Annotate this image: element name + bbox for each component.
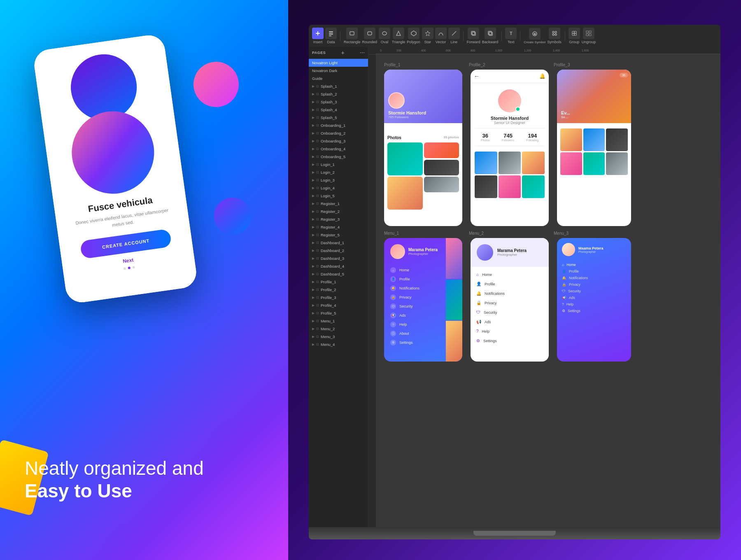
sidebar-page-onboarding-2[interactable]: ▶⊡Onboarding_2 bbox=[309, 129, 368, 137]
sidebar-settings-icon[interactable]: ⋯ bbox=[360, 50, 365, 56]
sidebar-page-onboarding-1[interactable]: ▶⊡Onboarding_1 bbox=[309, 121, 368, 129]
toolbar-group[interactable]: Group bbox=[569, 28, 580, 44]
sidebar-page-splash-3[interactable]: ▶⊡Splash_3 bbox=[309, 98, 368, 106]
toolbar-data[interactable]: Data bbox=[325, 28, 337, 44]
toolbar-backward[interactable]: Backward bbox=[482, 28, 499, 44]
toolbar-star[interactable]: Star bbox=[422, 28, 433, 44]
create-symbol-btn[interactable] bbox=[529, 28, 541, 40]
sidebar-page-splash-1[interactable]: ▶⊡Splash_1 bbox=[309, 82, 368, 90]
sidebar-page-register-1[interactable]: ▶⊡Register_1 bbox=[309, 200, 368, 208]
sidebar-page-profile-3[interactable]: ▶⊡Profile_3 bbox=[309, 294, 368, 301]
star-btn[interactable] bbox=[422, 28, 433, 39]
profile-card-3[interactable]: Ev... Se... 36 bbox=[557, 70, 631, 226]
sidebar-page-dashboard-2[interactable]: ▶⊡Dashboard_2 bbox=[309, 247, 368, 254]
sidebar-page-dashboard-1[interactable]: ▶⊡Dashboard_1 bbox=[309, 239, 368, 247]
toolbar-oval[interactable]: Oval bbox=[379, 28, 390, 44]
sidebar-page-splash-2[interactable]: ▶⊡Splash_2 bbox=[309, 90, 368, 98]
canvas-bg[interactable]: Profile_1 Profile_2 Profile_3 bbox=[376, 54, 720, 527]
toolbar-line[interactable]: Line bbox=[448, 28, 460, 44]
toolbar-symbols[interactable]: Symbols bbox=[547, 28, 562, 44]
toolbar-create-symbol[interactable]: Create Symbol bbox=[524, 28, 545, 44]
m3-ads[interactable]: 📢Ads bbox=[562, 296, 626, 300]
sidebar-page-menu-2[interactable]: ▶⊡Menu_2 bbox=[309, 325, 368, 333]
sidebar-page-onboarding-5[interactable]: ▶⊡Onboarding_5 bbox=[309, 153, 368, 161]
mc2-item-privacy[interactable]: 🔒 Privacy bbox=[475, 299, 545, 306]
m3-help[interactable]: ?Help bbox=[562, 302, 626, 306]
add-page-button[interactable]: + bbox=[341, 49, 345, 56]
line-btn[interactable] bbox=[448, 28, 460, 39]
sidebar-page-onboarding-3[interactable]: ▶⊡Onboarding_3 bbox=[309, 137, 368, 145]
sidebar-page-login-5[interactable]: ▶⊡Login_5 bbox=[309, 192, 368, 200]
sidebar-page-dashboard-3[interactable]: ▶⊡Dashboard_3 bbox=[309, 254, 368, 262]
vector-btn[interactable] bbox=[435, 28, 447, 39]
group-btn[interactable] bbox=[569, 28, 580, 39]
m3-security[interactable]: 🛡Security bbox=[562, 289, 626, 293]
mc2-item-profile[interactable]: 👤 Profile bbox=[475, 280, 545, 287]
triangle-btn[interactable] bbox=[393, 28, 404, 39]
sidebar-page-profile-4[interactable]: ▶⊡Profile_4 bbox=[309, 301, 368, 309]
sidebar-page-register-2[interactable]: ▶⊡Register_2 bbox=[309, 208, 368, 215]
polygon-btn[interactable] bbox=[408, 28, 419, 39]
mc2-item-security[interactable]: 🛡 Security bbox=[475, 309, 545, 316]
sidebar-page-register-5[interactable]: ▶⊡Register_5 bbox=[309, 231, 368, 239]
mc2-item-ads[interactable]: 📢 Ads bbox=[475, 318, 545, 325]
toolbar-ungroup[interactable]: Ungroup bbox=[582, 28, 596, 44]
back-arrow-icon[interactable]: ← bbox=[474, 73, 480, 79]
m3-notifications[interactable]: 🔔Notifications bbox=[562, 276, 626, 280]
m3-home[interactable]: ⌂Home bbox=[562, 263, 626, 267]
sidebar-page-novatron-light[interactable]: Novatron Light bbox=[309, 59, 368, 67]
rect-btn[interactable] bbox=[346, 28, 358, 39]
sidebar-page-menu-3[interactable]: ▶⊡Menu_3 bbox=[309, 333, 368, 341]
toolbar-rounded[interactable]: Rounded bbox=[362, 28, 377, 44]
toolbar-triangle[interactable]: Triangle bbox=[392, 28, 405, 44]
toolbar-rectangle[interactable]: Rectangle bbox=[344, 28, 361, 44]
toolbar-forward[interactable]: Forward bbox=[467, 28, 480, 44]
insert-btn[interactable] bbox=[312, 28, 324, 39]
forward-btn[interactable] bbox=[468, 28, 479, 39]
mc2-item-home[interactable]: ⌂ Home bbox=[475, 271, 545, 278]
bell-icon[interactable]: 🔔 bbox=[539, 73, 545, 79]
data-btn[interactable] bbox=[325, 28, 337, 39]
toolbar-text[interactable]: T Text bbox=[505, 28, 517, 44]
mc2-item-help[interactable]: ? Help bbox=[475, 328, 545, 335]
sidebar-page-guide[interactable]: Guide bbox=[309, 75, 368, 82]
sidebar-page-menu-1[interactable]: ▶⊡Menu_1 bbox=[309, 317, 368, 325]
ungroup-btn[interactable] bbox=[583, 28, 594, 39]
toolbar-vector[interactable]: Vector bbox=[435, 28, 447, 44]
sidebar-page-splash-5[interactable]: ▶⊡Splash_5 bbox=[309, 114, 368, 121]
menu-card-1[interactable]: Marama Petera Photographer ⌂ Home bbox=[384, 238, 462, 362]
menu-card-3[interactable]: Maama Petera Photographer ⌂Home 👤Profile… bbox=[557, 238, 631, 362]
sidebar-page-profile-1[interactable]: ▶⊡Profile_1 bbox=[309, 278, 368, 286]
sidebar-page-register-3[interactable]: ▶⊡Register_3 bbox=[309, 215, 368, 223]
rounded-btn[interactable] bbox=[364, 28, 375, 39]
phone-next-link[interactable]: Next bbox=[122, 257, 134, 264]
text-btn[interactable]: T bbox=[505, 28, 517, 39]
menu-card-2[interactable]: Marama Petera Photographer ⌂ Home bbox=[471, 238, 549, 362]
canvas-area[interactable]: 0 200 400 600 800 1.000 1.200 1.400 1.60… bbox=[368, 47, 720, 527]
profile-card-2[interactable]: ← 🔔 Stormie Hansford Senior UI Designer bbox=[471, 70, 549, 226]
profile-card-1[interactable]: Stormie Hansford 765 Followers Photos 35… bbox=[384, 70, 462, 226]
toolbar-polygon[interactable]: Polygon bbox=[407, 28, 420, 44]
sidebar-page-profile-5[interactable]: ▶⊡Profile_5 bbox=[309, 309, 368, 317]
sidebar-page-dashboard-5[interactable]: ▶⊡Dashboard_5 bbox=[309, 270, 368, 278]
sidebar-page-dashboard-4[interactable]: ▶⊡Dashboard_4 bbox=[309, 262, 368, 270]
sidebar-page-login-3[interactable]: ▶⊡Login_3 bbox=[309, 176, 368, 184]
symbols-btn[interactable] bbox=[549, 28, 560, 39]
sidebar-page-onboarding-4[interactable]: ▶⊡Onboarding_4 bbox=[309, 145, 368, 153]
m3-settings[interactable]: ⚙Settings bbox=[562, 309, 626, 313]
toolbar-insert[interactable]: Insert bbox=[312, 28, 324, 44]
sidebar-page-profile-2[interactable]: ▶⊡Profile_2 bbox=[309, 286, 368, 294]
backward-btn[interactable] bbox=[485, 28, 496, 39]
mc2-item-notifications[interactable]: 🔔 Notifications bbox=[475, 290, 545, 297]
m3-profile[interactable]: 👤Profile bbox=[562, 269, 626, 273]
oval-btn[interactable] bbox=[379, 28, 390, 39]
m3-privacy[interactable]: 🔒Privacy bbox=[562, 282, 626, 287]
sidebar-page-login-4[interactable]: ▶⊡Login_4 bbox=[309, 184, 368, 192]
sidebar-page-register-4[interactable]: ▶⊡Register_4 bbox=[309, 223, 368, 231]
sidebar-page-login-1[interactable]: ▶⊡Login_1 bbox=[309, 161, 368, 168]
sidebar-page-novatron-dark[interactable]: Novatron Dark bbox=[309, 67, 368, 75]
sidebar-page-menu-4[interactable]: ▶⊡Menu_4 bbox=[309, 341, 368, 348]
sidebar-page-splash-4[interactable]: ▶⊡Splash_4 bbox=[309, 106, 368, 114]
mc2-item-settings[interactable]: ⚙ Settings bbox=[475, 337, 545, 344]
sidebar-page-login-2[interactable]: ▶⊡Login_2 bbox=[309, 168, 368, 176]
